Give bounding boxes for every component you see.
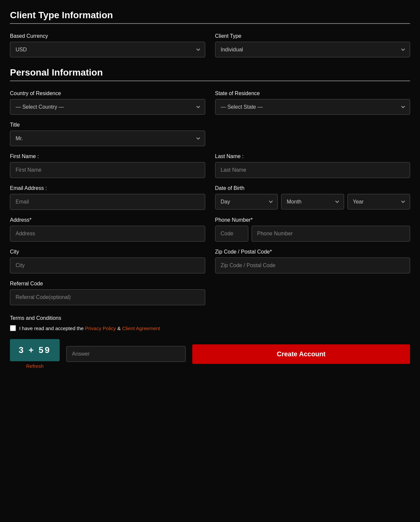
- phone-col: Phone Number*: [215, 217, 410, 242]
- city-col: City: [10, 249, 205, 273]
- title-spacer: [215, 122, 410, 146]
- terms-label: Terms and Conditions: [10, 315, 410, 321]
- title-select[interactable]: Mr. Mrs. Ms. Dr.: [10, 131, 205, 146]
- phone-number-input[interactable]: [252, 226, 410, 242]
- client-type-section: Client Type Information Based Currency U…: [10, 10, 410, 57]
- address-phone-row: Address* Phone Number*: [10, 217, 410, 242]
- captcha-col: 3 + 59 Refresh: [10, 339, 60, 369]
- first-name-label: First Name :: [10, 153, 205, 159]
- title-col: Title Mr. Mrs. Ms. Dr.: [10, 122, 205, 146]
- referral-col: Referral Code: [10, 281, 205, 305]
- city-zip-row: City Zip Code / Postal Code*: [10, 249, 410, 273]
- country-select[interactable]: — Select Country —: [10, 99, 205, 115]
- last-name-label: Last Name :: [215, 153, 410, 159]
- country-col: Country of Residence — Select Country —: [10, 90, 205, 115]
- title-row: Title Mr. Mrs. Ms. Dr.: [10, 122, 410, 146]
- address-input[interactable]: [10, 226, 205, 242]
- state-label: State of Residence: [215, 90, 410, 96]
- based-currency-select[interactable]: USD EUR GBP JPY AUD: [10, 42, 205, 57]
- email-input[interactable]: [10, 194, 205, 210]
- last-name-input[interactable]: [215, 162, 410, 178]
- country-state-row: Country of Residence — Select Country — …: [10, 90, 410, 115]
- email-dob-row: Email Address : Date of Birth Day Month …: [10, 185, 410, 210]
- client-type-select[interactable]: Individual Corporate Joint: [215, 42, 410, 57]
- client-type-title: Client Type Information: [10, 10, 410, 21]
- address-col: Address*: [10, 217, 205, 242]
- client-type-label: Client Type: [215, 33, 410, 39]
- personal-info-title: Personal Information: [10, 67, 410, 78]
- terms-section: Terms and Conditions I have read and acc…: [10, 315, 410, 331]
- client-agreement-link[interactable]: Client Agreement: [122, 325, 160, 331]
- first-name-col: First Name :: [10, 153, 205, 178]
- referral-input[interactable]: [10, 289, 205, 305]
- state-select[interactable]: — Select State —: [215, 99, 410, 115]
- city-label: City: [10, 249, 205, 255]
- client-type-col: Client Type Individual Corporate Joint: [215, 33, 410, 57]
- captcha-display: 3 + 59: [10, 339, 60, 361]
- bottom-row: 3 + 59 Refresh Create Account: [10, 339, 410, 369]
- phone-label: Phone Number*: [215, 217, 410, 223]
- captcha-answer-input[interactable]: [66, 346, 186, 362]
- first-name-input[interactable]: [10, 162, 205, 178]
- personal-info-section: Personal Information Country of Residenc…: [10, 67, 410, 305]
- city-input[interactable]: [10, 258, 205, 273]
- terms-text: I have read and accepted the Privacy Pol…: [19, 325, 160, 331]
- state-col: State of Residence — Select State —: [215, 90, 410, 115]
- email-label: Email Address :: [10, 185, 205, 191]
- terms-text-before: I have read and accepted the: [19, 325, 84, 331]
- dob-year-select[interactable]: Year: [347, 194, 410, 209]
- referral-spacer: [215, 281, 410, 305]
- based-currency-label: Based Currency: [10, 33, 205, 39]
- title-label: Title: [10, 122, 205, 128]
- dob-day-select[interactable]: Day: [215, 194, 278, 209]
- dob-label: Date of Birth: [215, 185, 410, 191]
- zip-label: Zip Code / Postal Code*: [215, 249, 410, 255]
- country-label: Country of Residence: [10, 90, 205, 96]
- dob-col: Date of Birth Day Month Year: [215, 185, 410, 210]
- client-type-divider: [10, 23, 410, 24]
- phone-code-input[interactable]: [215, 226, 248, 242]
- create-account-button[interactable]: Create Account: [192, 344, 410, 364]
- dob-month-select[interactable]: Month: [281, 194, 344, 209]
- address-label: Address*: [10, 217, 205, 223]
- zip-input[interactable]: [215, 258, 410, 273]
- privacy-policy-link[interactable]: Privacy Policy: [85, 325, 116, 331]
- client-type-row: Based Currency USD EUR GBP JPY AUD Clien…: [10, 33, 410, 57]
- last-name-col: Last Name :: [215, 153, 410, 178]
- phone-inputs-row: [215, 226, 410, 242]
- referral-label: Referral Code: [10, 281, 205, 287]
- personal-info-divider: [10, 81, 410, 81]
- zip-col: Zip Code / Postal Code*: [215, 249, 410, 273]
- captcha-refresh-link[interactable]: Refresh: [10, 363, 60, 369]
- email-col: Email Address :: [10, 185, 205, 210]
- referral-row: Referral Code: [10, 281, 410, 305]
- terms-ampersand: &: [117, 325, 121, 331]
- based-currency-col: Based Currency USD EUR GBP JPY AUD: [10, 33, 205, 57]
- name-row: First Name : Last Name :: [10, 153, 410, 178]
- terms-checkbox-row: I have read and accepted the Privacy Pol…: [10, 325, 410, 331]
- dob-selects-row: Day Month Year: [215, 194, 410, 209]
- terms-checkbox[interactable]: [10, 325, 16, 331]
